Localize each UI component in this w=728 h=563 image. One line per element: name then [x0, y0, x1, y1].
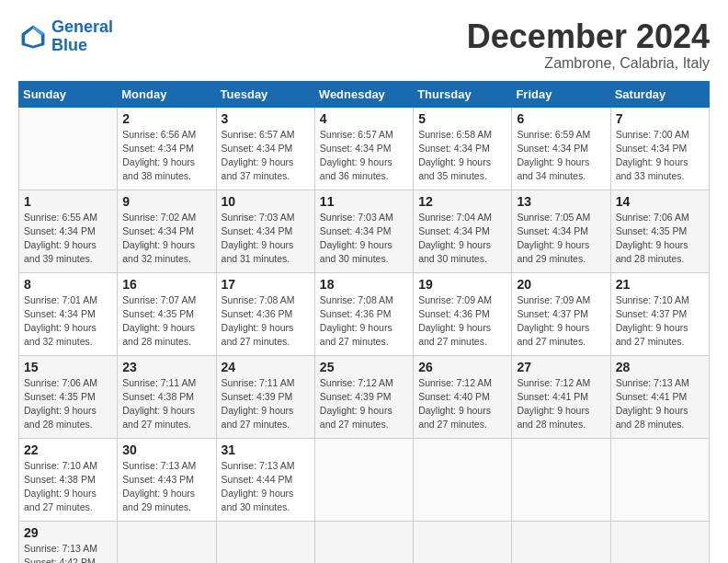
- day-info: Sunrise: 7:10 AMSunset: 4:38 PMDaylight:…: [24, 459, 112, 515]
- calendar-cell: [19, 107, 118, 190]
- day-number: 4: [320, 111, 408, 126]
- logo-text: General Blue: [51, 18, 113, 55]
- header-wednesday: Wednesday: [314, 81, 413, 107]
- day-info: Sunrise: 7:12 AMSunset: 4:39 PMDaylight:…: [320, 376, 408, 432]
- day-info: Sunrise: 7:13 AMSunset: 4:44 PMDaylight:…: [222, 459, 310, 515]
- day-info: Sunrise: 6:56 AMSunset: 4:34 PMDaylight:…: [122, 128, 210, 184]
- day-info: Sunrise: 7:05 AMSunset: 4:34 PMDaylight:…: [517, 211, 605, 267]
- day-number: 3: [222, 111, 310, 126]
- day-info: Sunrise: 7:06 AMSunset: 4:35 PMDaylight:…: [616, 211, 704, 267]
- calendar-cell: [118, 521, 216, 563]
- calendar-cell: [414, 438, 512, 521]
- day-info: Sunrise: 7:02 AMSunset: 4:34 PMDaylight:…: [122, 211, 210, 267]
- day-info: Sunrise: 6:58 AMSunset: 4:34 PMDaylight:…: [418, 128, 506, 184]
- calendar-cell: 8Sunrise: 7:01 AMSunset: 4:34 PMDaylight…: [19, 272, 118, 355]
- calendar-cell: 12Sunrise: 7:04 AMSunset: 4:34 PMDayligh…: [414, 190, 512, 272]
- day-info: Sunrise: 6:55 AMSunset: 4:34 PMDaylight:…: [24, 211, 112, 267]
- calendar-cell: 7Sunrise: 7:00 AMSunset: 4:34 PMDaylight…: [610, 107, 709, 190]
- calendar-cell: 11Sunrise: 7:03 AMSunset: 4:34 PMDayligh…: [314, 190, 413, 272]
- calendar-cell: 4Sunrise: 6:57 AMSunset: 4:34 PMDaylight…: [314, 107, 413, 190]
- day-info: Sunrise: 7:00 AMSunset: 4:34 PMDaylight:…: [616, 128, 704, 184]
- calendar-cell: 31Sunrise: 7:13 AMSunset: 4:44 PMDayligh…: [216, 438, 314, 521]
- calendar-cell: [512, 521, 610, 563]
- day-info: Sunrise: 6:59 AMSunset: 4:34 PMDaylight:…: [517, 128, 605, 184]
- header-saturday: Saturday: [610, 81, 709, 107]
- day-number: 24: [222, 360, 310, 374]
- day-info: Sunrise: 7:12 AMSunset: 4:41 PMDaylight:…: [517, 376, 605, 432]
- day-info: Sunrise: 7:08 AMSunset: 4:36 PMDaylight:…: [222, 293, 310, 350]
- calendar-cell: 13Sunrise: 7:05 AMSunset: 4:34 PMDayligh…: [512, 190, 610, 272]
- day-number: 6: [517, 111, 605, 126]
- logo: General Blue: [18, 18, 113, 55]
- calendar-table: SundayMondayTuesdayWednesdayThursdayFrid…: [18, 81, 710, 563]
- calendar-cell: 14Sunrise: 7:06 AMSunset: 4:35 PMDayligh…: [610, 190, 709, 272]
- calendar-cell: 18Sunrise: 7:08 AMSunset: 4:36 PMDayligh…: [314, 272, 413, 355]
- day-number: 2: [122, 111, 210, 126]
- day-number: 22: [24, 442, 112, 457]
- calendar-cell: 25Sunrise: 7:12 AMSunset: 4:39 PMDayligh…: [314, 355, 413, 438]
- day-number: 13: [517, 194, 605, 209]
- calendar-cell: 10Sunrise: 7:03 AMSunset: 4:34 PMDayligh…: [216, 190, 314, 272]
- calendar-week-1: 1Sunrise: 6:55 AMSunset: 4:34 PMDaylight…: [19, 190, 710, 272]
- calendar-week-0: 2Sunrise: 6:56 AMSunset: 4:34 PMDaylight…: [19, 107, 710, 190]
- day-info: Sunrise: 7:03 AMSunset: 4:34 PMDaylight:…: [320, 211, 408, 267]
- calendar-cell: 3Sunrise: 6:57 AMSunset: 4:34 PMDaylight…: [216, 107, 314, 190]
- day-number: 11: [320, 194, 408, 209]
- logo-icon: [18, 22, 48, 52]
- day-info: Sunrise: 7:07 AMSunset: 4:35 PMDaylight:…: [122, 293, 210, 350]
- day-info: Sunrise: 7:06 AMSunset: 4:35 PMDaylight:…: [24, 376, 112, 432]
- day-number: 23: [122, 360, 210, 374]
- calendar-cell: [610, 521, 709, 563]
- calendar-week-4: 22Sunrise: 7:10 AMSunset: 4:38 PMDayligh…: [19, 438, 710, 521]
- day-number: 14: [616, 194, 704, 209]
- day-info: Sunrise: 7:13 AMSunset: 4:42 PMDaylight:…: [24, 542, 112, 563]
- calendar-cell: [314, 521, 413, 563]
- day-info: Sunrise: 7:01 AMSunset: 4:34 PMDaylight:…: [24, 293, 112, 350]
- day-info: Sunrise: 6:57 AMSunset: 4:34 PMDaylight:…: [222, 128, 310, 184]
- calendar-cell: 5Sunrise: 6:58 AMSunset: 4:34 PMDaylight…: [414, 107, 512, 190]
- calendar-week-3: 15Sunrise: 7:06 AMSunset: 4:35 PMDayligh…: [19, 355, 710, 438]
- day-number: 18: [320, 277, 408, 292]
- day-info: Sunrise: 6:57 AMSunset: 4:34 PMDaylight:…: [320, 128, 408, 184]
- day-number: 9: [122, 194, 210, 209]
- day-info: Sunrise: 7:09 AMSunset: 4:37 PMDaylight:…: [517, 293, 605, 350]
- day-number: 31: [222, 442, 310, 457]
- day-number: 20: [517, 277, 605, 292]
- calendar-cell: 29Sunrise: 7:13 AMSunset: 4:42 PMDayligh…: [19, 521, 118, 563]
- day-number: 10: [222, 194, 310, 209]
- day-info: Sunrise: 7:11 AMSunset: 4:39 PMDaylight:…: [222, 376, 310, 432]
- day-number: 17: [222, 277, 310, 292]
- calendar-cell: 9Sunrise: 7:02 AMSunset: 4:34 PMDaylight…: [118, 190, 216, 272]
- calendar-cell: 24Sunrise: 7:11 AMSunset: 4:39 PMDayligh…: [216, 355, 314, 438]
- calendar-cell: 26Sunrise: 7:12 AMSunset: 4:40 PMDayligh…: [414, 355, 512, 438]
- calendar-week-5: 29Sunrise: 7:13 AMSunset: 4:42 PMDayligh…: [19, 521, 710, 563]
- calendar-cell: 22Sunrise: 7:10 AMSunset: 4:38 PMDayligh…: [19, 438, 118, 521]
- day-number: 12: [418, 194, 506, 209]
- calendar-cell: [512, 438, 610, 521]
- header-thursday: Thursday: [414, 81, 512, 107]
- calendar-cell: 15Sunrise: 7:06 AMSunset: 4:35 PMDayligh…: [19, 355, 118, 438]
- calendar-cell: 17Sunrise: 7:08 AMSunset: 4:36 PMDayligh…: [216, 272, 314, 355]
- calendar-week-2: 8Sunrise: 7:01 AMSunset: 4:34 PMDaylight…: [19, 272, 710, 355]
- month-title: December 2024: [467, 18, 710, 55]
- day-info: Sunrise: 7:13 AMSunset: 4:43 PMDaylight:…: [122, 459, 210, 515]
- day-number: 28: [616, 360, 704, 374]
- day-number: 1: [24, 194, 112, 209]
- day-number: 27: [517, 360, 605, 374]
- calendar-cell: 20Sunrise: 7:09 AMSunset: 4:37 PMDayligh…: [512, 272, 610, 355]
- day-info: Sunrise: 7:12 AMSunset: 4:40 PMDaylight:…: [418, 376, 506, 432]
- header-row: SundayMondayTuesdayWednesdayThursdayFrid…: [19, 81, 710, 107]
- day-number: 5: [418, 111, 506, 126]
- calendar-cell: [414, 521, 512, 563]
- calendar-cell: 21Sunrise: 7:10 AMSunset: 4:37 PMDayligh…: [610, 272, 709, 355]
- page-header: General Blue December 2024 Zambrone, Cal…: [18, 18, 710, 72]
- day-info: Sunrise: 7:13 AMSunset: 4:41 PMDaylight:…: [616, 376, 704, 432]
- day-number: 15: [24, 360, 112, 374]
- calendar-cell: 27Sunrise: 7:12 AMSunset: 4:41 PMDayligh…: [512, 355, 610, 438]
- day-number: 16: [122, 277, 210, 292]
- header-sunday: Sunday: [19, 81, 118, 107]
- calendar-cell: 23Sunrise: 7:11 AMSunset: 4:38 PMDayligh…: [118, 355, 216, 438]
- header-monday: Monday: [118, 81, 216, 107]
- day-number: 19: [418, 277, 506, 292]
- location: Zambrone, Calabria, Italy: [467, 55, 710, 72]
